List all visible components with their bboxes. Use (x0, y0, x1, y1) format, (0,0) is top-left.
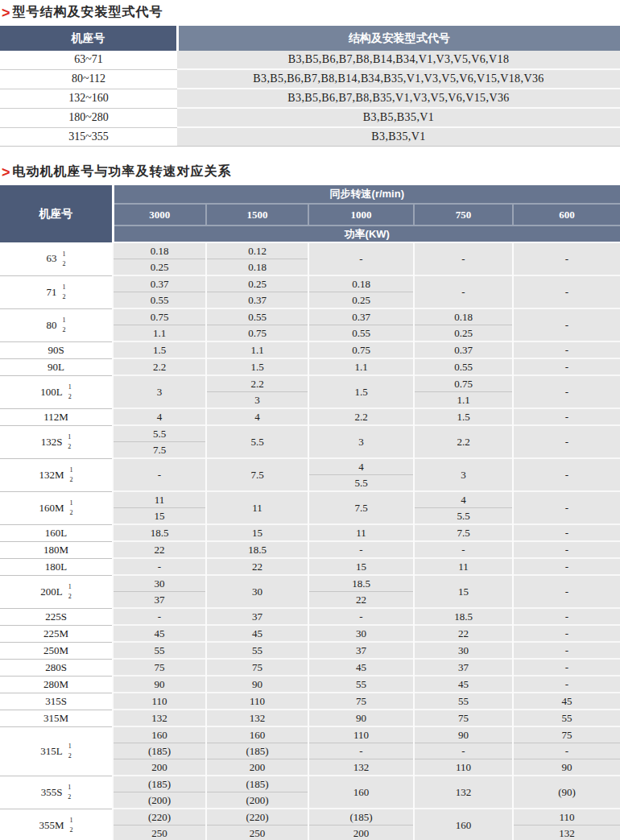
power-cell: 30 (308, 625, 414, 642)
power-cell: 0.25 (113, 259, 206, 276)
power-cell: 55 (414, 693, 513, 710)
power-cell: 90 (513, 759, 620, 776)
frame-size-cell: 7112 (0, 275, 113, 308)
pole-variant-mark: 12 (63, 317, 66, 333)
power-cell: 45 (513, 693, 620, 710)
power-cell: 160 (308, 776, 414, 809)
frame-number-header-cell: 机座号 (0, 185, 113, 242)
frame-size-cell: 355S12 (0, 776, 113, 809)
pole-variant-mark: 12 (68, 384, 72, 399)
power-cell: 0.55 (308, 325, 414, 342)
power-cell: 0.75 (414, 375, 513, 392)
power-cell: 7.5 (308, 491, 414, 524)
power-cell: 3 (414, 458, 513, 491)
power-cell: - (513, 375, 620, 408)
power-cell: - (513, 524, 620, 541)
power-cell: 132 (113, 710, 206, 726)
power-cell: 75 (513, 726, 620, 743)
pole-variant-top: 1 (68, 384, 72, 390)
power-cell: 4 (113, 408, 206, 425)
speed-1000-header-cell: 1000 (308, 204, 414, 226)
power-cell: 110 (513, 809, 620, 826)
power-cell: 45 (414, 676, 513, 693)
table-row: 71120.370.250.18-- (0, 275, 620, 292)
power-cell: 0.55 (206, 308, 308, 325)
power-cell: 2.2 (206, 375, 308, 392)
power-cell: 37 (414, 659, 513, 676)
power-cell: 0.18 (206, 259, 308, 276)
frame-size-cell: 132S12 (0, 425, 113, 458)
frame-range-cell: 132~160 (0, 89, 177, 108)
power-cell: 18.5 (414, 608, 513, 625)
power-cell: - (308, 541, 414, 558)
power-cell: 110 (414, 759, 513, 776)
frame-size-cell: 200L12 (0, 575, 113, 608)
frame-number-header-cell: 机座号 (0, 26, 177, 51)
pole-variant-mark: 12 (63, 251, 66, 267)
frame-size-cell: 112M (0, 408, 113, 425)
power-cell: 0.75 (113, 308, 206, 325)
power-cell: 0.37 (206, 292, 308, 309)
power-cell: 55 (113, 642, 206, 659)
power-cell: - (414, 275, 513, 308)
power-cell: 110 (308, 726, 414, 743)
pole-variant-mark: 12 (70, 467, 73, 482)
frame-size-label: 90S (48, 344, 64, 357)
pole-variant-top: 1 (68, 434, 71, 440)
frame-size-label: 355S (41, 786, 63, 799)
power-cell: 160 (113, 726, 206, 743)
power-cell: 160 (414, 809, 513, 840)
power-cell: 132 (513, 826, 620, 840)
install-codes-table-body: 63~71B3,B5,B6,B7,B8,B14,B34,V1,V3,V5,V6,… (0, 51, 620, 147)
pole-variant-top: 1 (63, 251, 66, 257)
power-cell: 3 (308, 425, 414, 458)
power-cell: 1.1 (308, 358, 414, 375)
section-title-power-speed: > 电动机机座号与功率及转速对应关系 (2, 163, 620, 180)
table-row: 315M132132907555 (0, 710, 620, 726)
power-cell: 7.5 (414, 524, 513, 541)
frame-size-cell: 250M (0, 642, 113, 659)
frame-size-label: 63 (47, 252, 57, 265)
frame-range-cell: 180~280 (0, 108, 177, 127)
table-row: 63~71B3,B5,B6,B7,B8,B14,B34,V1,V3,V5,V6,… (0, 51, 620, 69)
frame-size-cell: 280S (0, 659, 113, 676)
power-cell: - (113, 558, 206, 575)
table-row: 200L12303018.515- (0, 575, 620, 592)
mount-codes-cell: B3,B5,B6,B7,B8,B14,B34,V1,V3,V5,V6,V18 (177, 51, 620, 69)
power-kw-header-cell: 功率(KW) (113, 226, 620, 242)
frame-size-cell: 225S (0, 608, 113, 625)
power-cell: 2.2 (308, 408, 414, 425)
power-cell: 132 (414, 776, 513, 809)
table-row: 180M2218.5--- (0, 541, 620, 558)
power-cell: 22 (308, 592, 414, 609)
power-cell: 110 (206, 693, 308, 710)
mount-codes-cell: B3,B5,B6,B7,B8,B14,B34,B35,V1,V3,V5,V6,V… (177, 69, 620, 89)
power-cell: 250 (113, 826, 206, 840)
frame-size-label: 200L (40, 586, 62, 598)
power-cell: 45 (206, 625, 308, 642)
power-speed-table: 机座号 同步转速(r/min) 3000 1500 1000 750 600 功… (0, 185, 620, 840)
power-cell: 3 (113, 375, 206, 408)
power-cell: - (513, 308, 620, 341)
power-cell: 15 (113, 508, 206, 525)
power-cell: 37 (308, 642, 414, 659)
frame-size-cell: 132M12 (0, 458, 113, 491)
table-row: 80120.750.550.370.18- (0, 308, 620, 325)
frame-size-label: 225M (43, 627, 68, 640)
speed-1500-header-cell: 1500 (206, 204, 308, 226)
power-cell: (185) (206, 743, 308, 759)
frame-size-cell: 315M (0, 710, 113, 726)
power-cell: - (513, 558, 620, 575)
pole-variant-bottom: 2 (68, 444, 71, 449)
frame-size-label: 225S (45, 610, 67, 623)
power-cell: 1.1 (113, 325, 206, 342)
frame-size-label: 112M (43, 411, 68, 424)
power-cell: - (513, 458, 620, 491)
pole-variant-mark: 12 (70, 500, 73, 515)
power-cell: 0.25 (308, 292, 414, 309)
power-cell: 18.5 (206, 541, 308, 558)
mount-codes-cell: B3,B35,V1 (177, 127, 620, 147)
table-row: 132S125.55.532.2- (0, 425, 620, 442)
frame-size-cell: 160L (0, 524, 113, 541)
frame-size-label: 280M (43, 678, 68, 691)
